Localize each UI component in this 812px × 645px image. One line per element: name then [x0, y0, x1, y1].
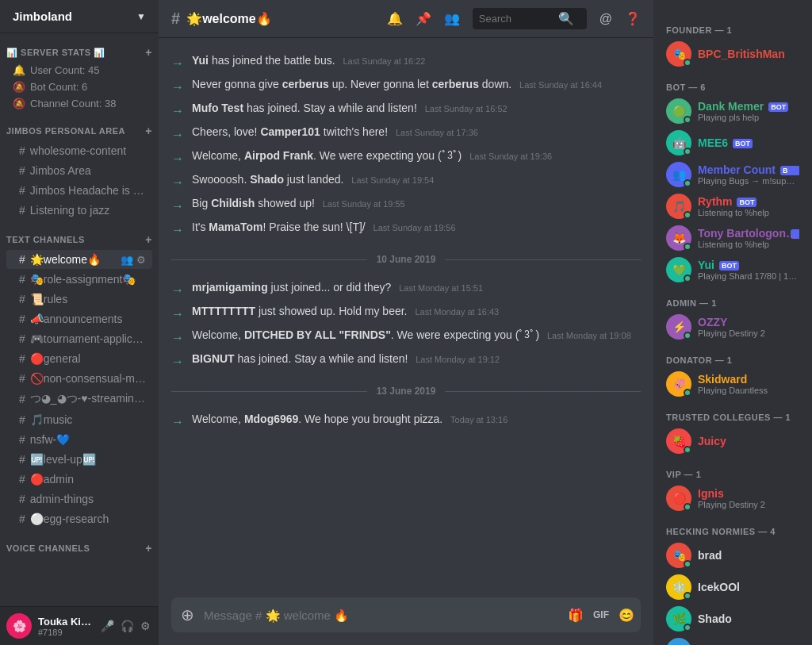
members-header-icon[interactable]: 👥: [444, 11, 460, 26]
stat-channel-count: 🔕 Channel Count: 38: [0, 95, 159, 112]
text-channels-category[interactable]: TEXT CHANNELS +: [0, 221, 159, 249]
hash-icon: #: [19, 513, 25, 525]
channel-admin[interactable]: # 🔴admin: [6, 470, 152, 489]
member-tony[interactable]: 🦊 Tony Bartologon BOT Listening to %help: [660, 222, 806, 254]
member-info-ignis: Ignis Playing Destiny 2: [698, 487, 799, 509]
settings-button[interactable]: ⚙: [139, 618, 152, 634]
member-bpc[interactable]: 🎭 BPC_BritishMan: [660, 38, 806, 70]
members-sidebar: FOUNDER — 1 🎭 BPC_BritishMan BOT — 6 🟢 D…: [653, 0, 812, 645]
channel-non-consensual[interactable]: # 🚫non-consensual-mem...: [6, 369, 152, 388]
bot-badge: BOT: [780, 166, 799, 175]
channel-jimbos-area[interactable]: # Jimbos Area: [6, 161, 152, 180]
channel-announcements[interactable]: # 📣announcements: [6, 309, 152, 328]
member-ozzy[interactable]: ⚡ OZZY Playing Destiny 2: [660, 311, 806, 343]
add-text-channel-icon[interactable]: +: [145, 233, 152, 246]
member-brad[interactable]: 🎭 brad: [660, 539, 806, 571]
emoji-icon[interactable]: 😊: [619, 608, 634, 623]
chat-header: # 🌟welcome🔥 🔔 📌 👥 🔍 @ ❓: [159, 0, 653, 38]
member-shado[interactable]: 🌿 Shado: [660, 603, 806, 635]
member-yui[interactable]: 💚 Yui BOT Playing Shard 17/80 | 1,822 gu…: [660, 254, 806, 286]
add-attachment-icon[interactable]: ⊕: [178, 597, 197, 632]
settings-icon[interactable]: ⚙: [136, 254, 146, 266]
help-icon[interactable]: ❓: [625, 11, 641, 26]
channel-rules[interactable]: # 📜rules: [6, 290, 152, 309]
user-panel: 🌸 Touka Kirish... #7189 🎤 🎧 ⚙: [0, 606, 159, 645]
member-skidward[interactable]: 🦑 Skidward Playing Dauntless: [660, 368, 806, 400]
channel-role-assignment[interactable]: # 🎭role-assignment🎭: [6, 270, 152, 289]
message-2: → Never gonna give cerberus up. Never go…: [159, 75, 653, 98]
bot-category: BOT — 6: [660, 70, 806, 95]
channel-admin-things[interactable]: # admin-things: [6, 490, 152, 509]
member-ignis[interactable]: 🔴 Ignis Playing Destiny 2: [660, 482, 806, 514]
channel-streaming[interactable]: # つ◕_◕つ-♥-streaming-♥: [6, 389, 152, 409]
hash-icon: #: [19, 393, 25, 405]
member-info-bpc: BPC_BritishMan: [698, 48, 799, 60]
bell-icon: 🔔: [13, 64, 25, 76]
hash-icon: #: [19, 293, 25, 305]
mute-button[interactable]: 🎤: [99, 618, 116, 634]
member-info-dankmemer: Dank Memer BOT Playing pls help: [698, 100, 799, 122]
channel-level-up[interactable]: # 🆙level-up🆙: [6, 450, 152, 469]
status-dot: [684, 211, 691, 219]
member-name-bpc: BPC_BritishMan: [698, 48, 799, 60]
channel-general[interactable]: # 🔴general: [6, 349, 152, 368]
member-warf[interactable]: 🌊 Warf: [660, 635, 806, 645]
member-avatar-rythm: 🎵: [666, 194, 691, 219]
arrow-icon: →: [171, 78, 184, 97]
member-status-ignis: Playing Destiny 2: [698, 500, 799, 509]
member-name-icekool: IcekOOl: [698, 581, 799, 593]
message-5: → Welcome, Airpod Frank. We were expecti…: [159, 146, 653, 170]
arrow-icon: →: [171, 413, 184, 432]
member-name-membercount: Member Count BOT: [698, 163, 799, 176]
member-membercount[interactable]: 👥 Member Count BOT Playing Bugs → m!supp…: [660, 159, 806, 190]
message-11: → Welcome, DITCHED BY ALL "FRINDS". We w…: [159, 325, 653, 349]
gif-icon[interactable]: GIF: [593, 609, 609, 620]
member-name-brad: brad: [698, 549, 799, 562]
bot-badge: BOT: [768, 102, 788, 112]
channel-welcome[interactable]: # 🌟welcome🔥 👥 ⚙: [6, 250, 152, 269]
gift-icon[interactable]: 🎁: [568, 608, 584, 623]
member-info-juicy: Juicy: [698, 435, 799, 447]
member-icekool[interactable]: ❄️ IcekOOl: [660, 571, 806, 603]
member-name-ignis: Ignis: [698, 487, 799, 500]
member-juicy[interactable]: 🍓 Juicy: [660, 425, 806, 457]
voice-channels-category[interactable]: VOICE CHANNELS +: [0, 529, 159, 558]
add-icon[interactable]: +: [145, 46, 152, 59]
channel-title: 🌟welcome🔥: [186, 11, 272, 26]
member-rythm[interactable]: 🎵 Rythm BOT Listening to %help: [660, 190, 806, 222]
members-icon[interactable]: 👥: [121, 254, 133, 266]
channel-jimbos-headache[interactable]: # Jimbos Headache is too ...: [6, 181, 152, 200]
channel-music[interactable]: # 🎵music: [6, 410, 152, 429]
message-input[interactable]: [204, 600, 561, 631]
mention-icon[interactable]: @: [599, 12, 612, 26]
message-7: → Big Childish showed up! Last Sunday at…: [159, 194, 653, 217]
stats-category[interactable]: 📊 SERVER STATS 📊 +: [0, 33, 159, 62]
add-voice-channel-icon[interactable]: +: [145, 542, 152, 555]
arrow-icon: →: [171, 102, 184, 121]
pin-icon[interactable]: 📌: [416, 11, 431, 26]
channel-nsfw[interactable]: # nsfw-💙: [6, 430, 152, 449]
header-icons: 🔔 📌 👥 🔍 @ ❓: [387, 8, 641, 29]
add-channel-icon[interactable]: +: [145, 125, 152, 137]
channel-wholesome[interactable]: # wholesome-content: [6, 141, 152, 160]
member-avatar-icekool: ❄️: [666, 574, 691, 600]
deafen-button[interactable]: 🎧: [119, 618, 136, 634]
channel-jazz[interactable]: # Listening to jazz: [6, 201, 152, 220]
status-dot: [684, 503, 691, 511]
search-input[interactable]: [479, 13, 558, 25]
member-info-skidward: Skidward Playing Dauntless: [698, 373, 799, 395]
trusted-category: TRUSTED COLLEGUES — 1: [660, 400, 806, 425]
member-mee6[interactable]: 🤖 MEE6 BOT: [660, 127, 806, 159]
status-dot: [684, 332, 691, 340]
bell-header-icon[interactable]: 🔔: [387, 11, 403, 26]
channel-tournament[interactable]: # 🎮tournament-application: [6, 329, 152, 348]
server-header[interactable]: Jimboland ▼: [0, 0, 159, 33]
hash-icon: #: [19, 352, 25, 365]
channel-egg-research[interactable]: # ⚪egg-research: [6, 509, 152, 528]
member-dankmemer[interactable]: 🟢 Dank Memer BOT Playing pls help: [660, 95, 806, 127]
jimbos-category[interactable]: JIMBOS PERSONAL AREA +: [0, 112, 159, 140]
search-box[interactable]: 🔍: [473, 8, 587, 29]
status-dot: [684, 560, 691, 568]
admin-category: ADMIN — 1: [660, 286, 806, 311]
arrow-icon: →: [171, 221, 184, 240]
